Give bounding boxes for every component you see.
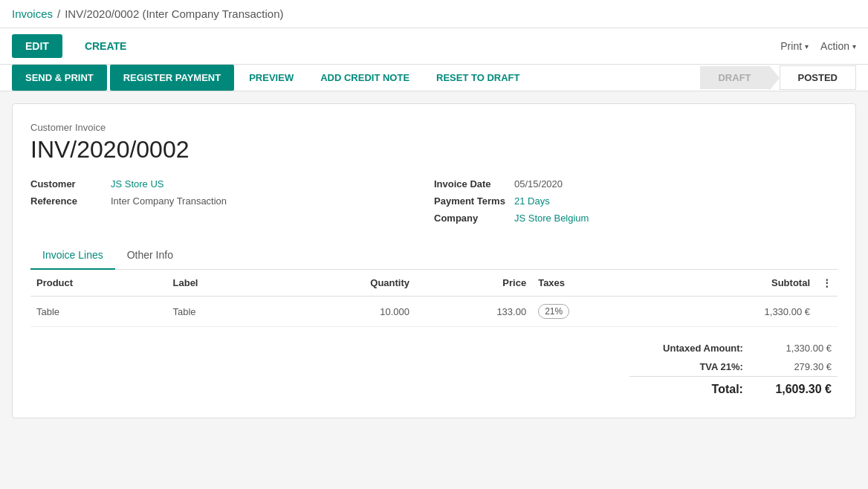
edit-button[interactable]: EDIT bbox=[12, 34, 62, 58]
cell-taxes: 21% bbox=[532, 297, 654, 327]
add-credit-note-button[interactable]: ADD CREDIT NOTE bbox=[308, 65, 421, 91]
total-label: Total: bbox=[629, 377, 749, 401]
meta-reference-row: Reference Inter Company Transaction bbox=[30, 195, 434, 207]
send-print-button[interactable]: SEND & PRINT bbox=[12, 65, 107, 91]
cell-label: Table bbox=[167, 297, 272, 327]
col-header-quantity: Quantity bbox=[271, 270, 415, 297]
invoice-card: Customer Invoice INV/2020/0002 Customer … bbox=[12, 103, 856, 418]
invoice-table: Product Label Quantity Price Taxes Subto… bbox=[30, 270, 838, 327]
company-value[interactable]: JS Store Belgium bbox=[514, 213, 589, 224]
reference-key: Reference bbox=[30, 195, 105, 207]
totals-tax-row: TVA 21%: 279.30 € bbox=[629, 357, 838, 377]
top-bar: Invoices / INV/2020/0002 (Inter Company … bbox=[0, 0, 868, 28]
meta-right: Invoice Date 05/15/2020 Payment Terms 21… bbox=[434, 178, 838, 224]
cell-product: Table bbox=[30, 297, 167, 327]
meta-invoice-date-row: Invoice Date 05/15/2020 bbox=[434, 178, 838, 190]
untaxed-label: Untaxed Amount: bbox=[629, 339, 749, 357]
create-button[interactable]: CREATE bbox=[71, 34, 140, 58]
totals-untaxed-row: Untaxed Amount: 1,330.00 € bbox=[629, 339, 838, 357]
col-header-taxes: Taxes bbox=[532, 270, 654, 297]
breadcrumb-current: INV/2020/0002 (Inter Company Transaction… bbox=[65, 7, 283, 20]
table-row: Table Table 10.000 133.00 21% 1,330.00 € bbox=[30, 297, 838, 327]
breadcrumb: Invoices / INV/2020/0002 (Inter Company … bbox=[12, 7, 284, 20]
cell-quantity: 10.000 bbox=[271, 297, 415, 327]
col-header-label: Label bbox=[167, 270, 272, 297]
print-action-group: Print Action bbox=[780, 40, 856, 52]
tabs: Invoice Lines Other Info bbox=[30, 242, 838, 270]
meta-payment-terms-row: Payment Terms 21 Days bbox=[434, 195, 838, 207]
breadcrumb-parent-link[interactable]: Invoices bbox=[12, 7, 53, 20]
invoice-date-key: Invoice Date bbox=[434, 178, 508, 190]
col-header-subtotal: Subtotal bbox=[654, 270, 816, 297]
company-key: Company bbox=[434, 213, 508, 224]
payment-terms-value[interactable]: 21 Days bbox=[514, 195, 550, 207]
status-arrow-1 bbox=[769, 65, 780, 91]
totals-section: Untaxed Amount: 1,330.00 € TVA 21%: 279.… bbox=[30, 339, 838, 400]
tax-label: TVA 21%: bbox=[629, 357, 749, 377]
total-amount: 1,609.30 € bbox=[749, 377, 838, 401]
customer-key: Customer bbox=[30, 178, 105, 190]
content-area: Customer Invoice INV/2020/0002 Customer … bbox=[0, 91, 868, 430]
tab-invoice-lines[interactable]: Invoice Lines bbox=[30, 242, 115, 270]
reset-to-draft-button[interactable]: RESET TO DRAFT bbox=[424, 65, 531, 91]
tax-amount: 279.30 € bbox=[749, 357, 838, 377]
totals-total-row: Total: 1,609.30 € bbox=[629, 377, 838, 401]
meta-company-row: Company JS Store Belgium bbox=[434, 213, 838, 224]
tab-other-info[interactable]: Other Info bbox=[115, 242, 185, 270]
col-header-product: Product bbox=[30, 270, 167, 297]
col-header-price: Price bbox=[415, 270, 532, 297]
totals-table: Untaxed Amount: 1,330.00 € TVA 21%: 279.… bbox=[629, 339, 838, 400]
status-posted: POSTED bbox=[780, 65, 856, 90]
cell-row-actions bbox=[816, 297, 838, 327]
cell-price: 133.00 bbox=[415, 297, 532, 327]
invoice-type-label: Customer Invoice bbox=[30, 122, 838, 133]
table-section: Product Label Quantity Price Taxes Subto… bbox=[30, 270, 838, 327]
print-dropdown-button[interactable]: Print bbox=[780, 40, 809, 52]
secondary-bar: SEND & PRINT REGISTER PAYMENT PREVIEW AD… bbox=[0, 65, 868, 91]
preview-button[interactable]: PREVIEW bbox=[237, 65, 305, 91]
breadcrumb-separator: / bbox=[57, 7, 60, 20]
status-draft: DRAFT bbox=[700, 66, 768, 89]
action-bar: EDIT CREATE Print Action bbox=[0, 28, 868, 65]
register-payment-button[interactable]: REGISTER PAYMENT bbox=[110, 65, 234, 91]
meta-customer-row: Customer JS Store US bbox=[30, 178, 434, 190]
col-header-actions: ⋮ bbox=[816, 270, 838, 297]
cell-subtotal: 1,330.00 € bbox=[654, 297, 816, 327]
reference-value: Inter Company Transaction bbox=[111, 195, 227, 207]
action-dropdown-button[interactable]: Action bbox=[820, 40, 856, 52]
invoice-date-value: 05/15/2020 bbox=[514, 178, 563, 190]
meta-left: Customer JS Store US Reference Inter Com… bbox=[30, 178, 434, 224]
invoice-number: INV/2020/0002 bbox=[30, 136, 838, 163]
status-track: DRAFT POSTED bbox=[700, 65, 856, 91]
table-header-row: Product Label Quantity Price Taxes Subto… bbox=[30, 270, 838, 297]
customer-value[interactable]: JS Store US bbox=[111, 178, 164, 190]
meta-grid: Customer JS Store US Reference Inter Com… bbox=[30, 178, 838, 224]
payment-terms-key: Payment Terms bbox=[434, 195, 508, 207]
tax-badge[interactable]: 21% bbox=[538, 304, 569, 319]
untaxed-amount: 1,330.00 € bbox=[749, 339, 838, 357]
